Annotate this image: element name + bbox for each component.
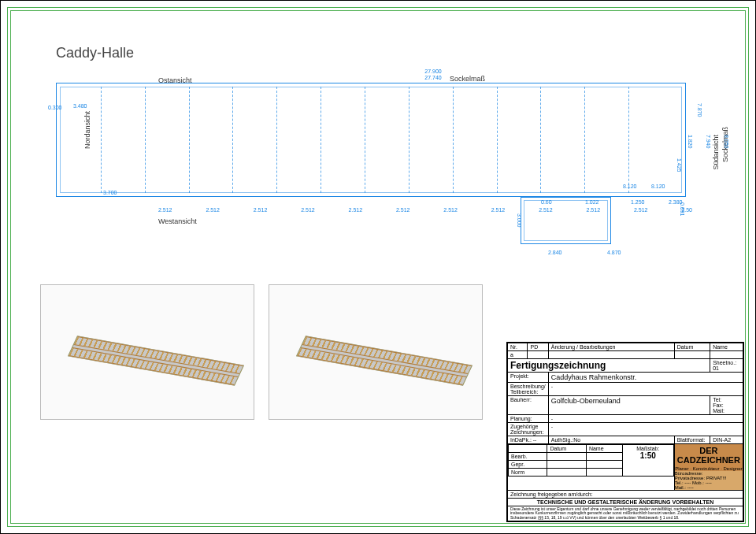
sheet-number: Sheetno.: 01 bbox=[710, 358, 743, 372]
dim-bay: 2.512 bbox=[491, 207, 506, 213]
company-block: DER CADZEICHNER Planer · Konstrukteur · … bbox=[674, 443, 743, 490]
dim-rh5: 1.250 bbox=[631, 199, 645, 205]
description-label: Beschreibung/ Teilbereich: bbox=[508, 382, 549, 395]
client-contact: Tel: Fax: Mail: bbox=[710, 395, 743, 414]
dim-bay: 2.512 bbox=[158, 207, 172, 213]
drawing-type: Fertigungszeichnung bbox=[508, 358, 710, 372]
dim-rv2: 1.820 bbox=[687, 135, 693, 149]
rev-col-date: Datum bbox=[674, 343, 710, 350]
release-label: Zeichnung freigegeben am/durch: bbox=[508, 490, 743, 498]
rev-col-name: Name bbox=[710, 343, 743, 350]
render-view-2 bbox=[269, 284, 483, 420]
rev-col-pd: PD bbox=[528, 343, 548, 350]
client-name: Golfclub-Oberneuland bbox=[548, 395, 710, 414]
dim-wing-gap: 0.691 bbox=[680, 202, 685, 217]
authsig: AuthSig.:No bbox=[548, 436, 674, 443]
format-value: DIN-A2 bbox=[710, 436, 743, 443]
format-label: Blattformat: bbox=[674, 436, 710, 443]
project-label: Projekt: bbox=[508, 372, 549, 382]
company-name: DER CADZEICHNER bbox=[675, 444, 743, 466]
planner-value: - bbox=[548, 414, 743, 422]
dim-bay: 2.512 bbox=[539, 207, 553, 213]
dim-bay: 2.512 bbox=[301, 207, 315, 213]
title-block: Nr. PD Änderung / Bearbeitungen Datum Na… bbox=[506, 342, 744, 523]
related-label: Zugehörige Zeichnungen: bbox=[508, 422, 549, 436]
dim-rv5: 8.050 bbox=[724, 135, 729, 149]
planner-label: Planung: bbox=[508, 414, 549, 422]
dim-bay: 2.512 bbox=[254, 207, 268, 213]
dim-overall-width: 27.900 bbox=[198, 69, 669, 74]
dim-bay: 2.512 bbox=[206, 207, 220, 213]
dim-bay: 2.512 bbox=[443, 207, 458, 213]
revision-header-row: Nr. PD Änderung / Bearbeitungen Datum Na… bbox=[508, 343, 743, 350]
label-west-view: Westansicht bbox=[158, 217, 197, 225]
dim-bay: 2.512 bbox=[587, 207, 601, 213]
client-label: Bauherr: bbox=[508, 395, 549, 414]
related-value: - bbox=[548, 422, 743, 436]
change-reserve: TECHNISCHE UND GESTALTERISCHE ÄNDERUNG V… bbox=[508, 498, 743, 506]
drawing-sheet: Caddy-Halle Ostansicht Westansicht Norda… bbox=[0, 0, 756, 534]
disclaimer-text: Diese Zeichnung ist unser Eigentum und d… bbox=[508, 506, 743, 521]
dim-wing-h: 3.000 bbox=[517, 213, 522, 228]
floor-plan bbox=[56, 83, 686, 197]
project-name: Caddyhaus Rahmenkonstr. bbox=[548, 372, 743, 382]
dim-wing-left: 2.840 bbox=[548, 250, 562, 255]
description-value: - bbox=[548, 382, 743, 395]
dim-inner-width: 27.740 bbox=[198, 75, 669, 80]
dim-wing-right: 4.870 bbox=[607, 250, 621, 255]
dim-rv3: 7.870 bbox=[697, 103, 702, 117]
rev-col-change: Änderung / Bearbeitungen bbox=[548, 343, 674, 350]
dim-bay: 2.512 bbox=[634, 207, 648, 213]
rev-col-nr: Nr. bbox=[508, 343, 528, 350]
drawing-title: Caddy-Halle bbox=[56, 45, 134, 61]
dim-bottom-row: 2.512 2.512 2.512 2.512 2.512 2.512 2.51… bbox=[158, 207, 692, 213]
dim-rv4: 7.940 bbox=[706, 135, 711, 149]
meta-block: DatumName Maßstab:1:50 Bearb. Gepr. Norm bbox=[508, 443, 675, 490]
revision-row: a bbox=[508, 350, 743, 358]
dim-bay: 2.512 bbox=[396, 207, 410, 213]
dim-bay: 2.512 bbox=[349, 207, 363, 213]
indapk-label: InDaPk.: -- bbox=[508, 436, 549, 443]
label-south-view: Südansicht bbox=[712, 135, 720, 170]
render-view-1 bbox=[40, 284, 254, 420]
floor-plan-wing bbox=[521, 197, 611, 244]
